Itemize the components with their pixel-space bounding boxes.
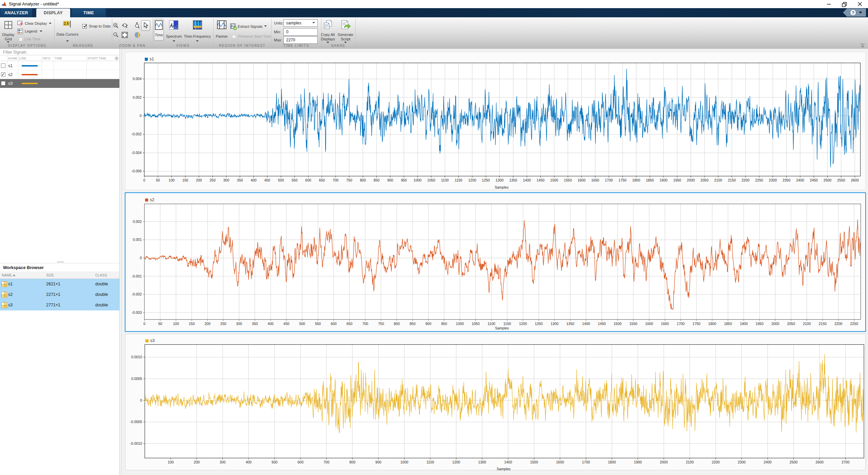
- svg-text:1400: 1400: [582, 322, 590, 326]
- svg-text:1250: 1250: [535, 322, 543, 326]
- svg-text:700: 700: [362, 322, 368, 326]
- svg-text:1900: 1900: [740, 322, 748, 326]
- svg-text:1600: 1600: [645, 322, 653, 326]
- svg-text:800: 800: [350, 460, 356, 464]
- svg-text:1650: 1650: [591, 178, 599, 182]
- svg-text:2600: 2600: [851, 178, 859, 182]
- svg-text:1650: 1650: [661, 322, 669, 326]
- svg-text:200: 200: [204, 322, 211, 326]
- svg-text:450: 450: [283, 322, 290, 326]
- svg-text:150: 150: [182, 178, 189, 182]
- svg-text:1200: 1200: [519, 322, 527, 326]
- svg-text:350: 350: [237, 178, 243, 182]
- svg-text:1050: 1050: [472, 322, 480, 326]
- svg-text:-0.001: -0.001: [132, 274, 142, 278]
- svg-text:100: 100: [173, 322, 179, 326]
- svg-text:-0.004: -0.004: [132, 151, 142, 155]
- svg-text:1900: 1900: [634, 460, 642, 464]
- svg-text:1300: 1300: [478, 460, 486, 464]
- svg-text:2700: 2700: [842, 460, 850, 464]
- svg-text:1500: 1500: [530, 460, 538, 464]
- svg-text:1150: 1150: [504, 322, 511, 326]
- svg-text:100: 100: [168, 460, 174, 464]
- svg-text:650: 650: [319, 178, 325, 182]
- svg-text:850: 850: [410, 322, 416, 326]
- svg-text:1700: 1700: [677, 322, 685, 326]
- svg-text:200: 200: [194, 460, 200, 464]
- svg-text:900: 900: [426, 322, 432, 326]
- svg-text:550: 550: [315, 322, 321, 326]
- svg-text:850: 850: [374, 178, 380, 182]
- svg-text:0: 0: [140, 398, 142, 402]
- svg-text:2150: 2150: [818, 322, 827, 326]
- svg-text:900: 900: [387, 178, 393, 182]
- svg-text:500: 500: [272, 460, 278, 464]
- svg-text:1150: 1150: [455, 178, 462, 182]
- svg-text:300: 300: [236, 322, 242, 326]
- svg-text:900: 900: [375, 460, 381, 464]
- svg-text:50: 50: [158, 322, 162, 326]
- svg-text:2450: 2450: [810, 178, 818, 182]
- svg-text:1200: 1200: [468, 178, 476, 182]
- svg-text:-0.0005: -0.0005: [130, 420, 142, 424]
- svg-text:0.0010: 0.0010: [131, 355, 142, 359]
- svg-text:400: 400: [251, 178, 257, 182]
- svg-text:50: 50: [156, 178, 160, 182]
- svg-text:2000: 2000: [771, 322, 780, 326]
- svg-text:1550: 1550: [564, 178, 572, 182]
- svg-text:600: 600: [297, 460, 303, 464]
- svg-text:1050: 1050: [427, 178, 435, 182]
- svg-text:1800: 1800: [608, 460, 616, 464]
- svg-text:2400: 2400: [796, 178, 804, 182]
- svg-text:650: 650: [347, 322, 353, 326]
- svg-text:450: 450: [264, 178, 270, 182]
- svg-text:1000: 1000: [414, 178, 422, 182]
- svg-text:1800: 1800: [632, 178, 640, 182]
- svg-text:2550: 2550: [837, 178, 845, 182]
- svg-text:2250: 2250: [755, 178, 763, 182]
- svg-text:2050: 2050: [701, 178, 709, 182]
- svg-text:800: 800: [360, 178, 366, 182]
- svg-text:1600: 1600: [556, 460, 564, 464]
- svg-text:1800: 1800: [708, 322, 716, 326]
- svg-text:1500: 1500: [614, 322, 622, 326]
- svg-text:1100: 1100: [427, 460, 434, 464]
- svg-text:1700: 1700: [582, 460, 590, 464]
- svg-text:1300: 1300: [496, 178, 504, 182]
- svg-text:2200: 2200: [712, 460, 720, 464]
- svg-text:0: 0: [143, 322, 145, 326]
- svg-text:800: 800: [394, 322, 400, 326]
- svg-text:2250: 2250: [850, 322, 858, 326]
- svg-text:300: 300: [220, 460, 226, 464]
- svg-text:500: 500: [299, 322, 305, 326]
- svg-text:2200: 2200: [742, 178, 750, 182]
- svg-text:1100: 1100: [488, 322, 495, 326]
- svg-text:2300: 2300: [738, 460, 746, 464]
- svg-text:1450: 1450: [598, 322, 606, 326]
- svg-text:250: 250: [210, 178, 216, 182]
- svg-text:1250: 1250: [482, 178, 490, 182]
- svg-text:-0.002: -0.002: [132, 132, 142, 136]
- svg-text:1000: 1000: [456, 322, 464, 326]
- svg-text:400: 400: [268, 322, 274, 326]
- svg-text:600: 600: [305, 178, 311, 182]
- svg-text:500: 500: [278, 178, 284, 182]
- svg-text:950: 950: [441, 322, 447, 326]
- svg-text:1900: 1900: [659, 178, 668, 182]
- svg-text:400: 400: [245, 460, 252, 464]
- svg-text:2000: 2000: [660, 460, 668, 464]
- svg-text:2300: 2300: [769, 178, 777, 182]
- svg-text:600: 600: [331, 322, 337, 326]
- svg-text:1450: 1450: [537, 178, 545, 182]
- svg-text:0.001: 0.001: [133, 238, 142, 242]
- svg-text:1400: 1400: [504, 460, 512, 464]
- svg-text:750: 750: [346, 178, 352, 182]
- svg-text:250: 250: [220, 322, 226, 326]
- svg-text:2100: 2100: [686, 460, 694, 464]
- svg-text:750: 750: [378, 322, 384, 326]
- svg-text:1700: 1700: [605, 178, 613, 182]
- svg-text:1950: 1950: [755, 322, 764, 326]
- svg-text:2600: 2600: [815, 460, 824, 464]
- svg-text:2050: 2050: [787, 322, 795, 326]
- svg-text:2400: 2400: [764, 460, 772, 464]
